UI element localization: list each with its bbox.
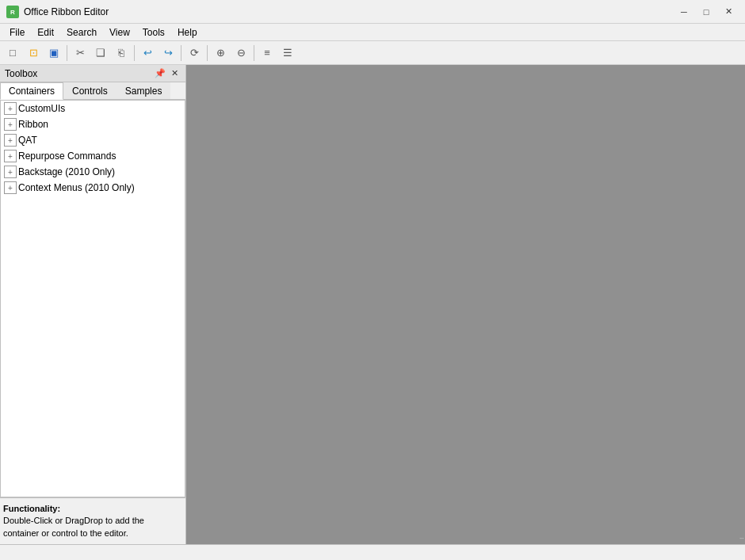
toolbar-btn-undo[interactable]: ↩ xyxy=(138,44,157,63)
tree-item-context-menus[interactable]: +Context Menus (2010 Only) xyxy=(1,180,185,196)
toolbar-separator xyxy=(207,45,208,61)
minimize-button[interactable]: ─ xyxy=(674,4,694,20)
toolbox-content: +CustomUIs+Ribbon+QAT+Repurpose Commands… xyxy=(0,100,185,497)
svg-text:R: R xyxy=(10,9,15,16)
menu-item-edit[interactable]: Edit xyxy=(31,24,60,40)
menu-item-search[interactable]: Search xyxy=(60,24,103,40)
toolbox-close-button[interactable]: ✕ xyxy=(168,67,181,80)
tree-item-custom-uis[interactable]: +CustomUIs xyxy=(1,101,185,116)
toolbar-btn-paste[interactable]: ⎗ xyxy=(112,44,131,63)
tree-item-label: Ribbon xyxy=(18,119,48,130)
toolbox-pin-button[interactable]: 📌 xyxy=(154,67,166,80)
window-title: Office Ribbon Editor xyxy=(24,6,674,17)
toolbox-tab-samples[interactable]: Samples xyxy=(117,82,171,99)
tree-item-repurpose[interactable]: +Repurpose Commands xyxy=(1,148,185,164)
toolbar-btn-zoom-out[interactable]: ⊖ xyxy=(231,44,250,63)
tree-expand-icon[interactable]: + xyxy=(4,134,17,147)
toolbar-btn-new[interactable]: □ xyxy=(3,44,22,63)
toolbar-separator xyxy=(134,45,135,61)
menu-item-file[interactable]: File xyxy=(3,24,31,40)
toolbar-btn-align-center[interactable]: ☰ xyxy=(278,44,297,63)
title-bar: R Office Ribbon Editor ─ □ ✕ xyxy=(0,0,745,24)
toolbox-tab-controls[interactable]: Controls xyxy=(63,82,117,99)
toolbar-separator xyxy=(181,45,181,61)
toolbox-tab-containers[interactable]: Containers xyxy=(0,82,63,100)
tree-item-qat[interactable]: +QAT xyxy=(1,132,185,148)
toolbox-title: Toolbox xyxy=(5,68,37,79)
toolbox-header-controls: 📌 ✕ xyxy=(154,67,181,80)
tree-expand-icon[interactable]: + xyxy=(4,102,17,115)
tree-expand-icon[interactable]: + xyxy=(4,118,17,131)
tree-expand-icon[interactable]: + xyxy=(4,166,17,178)
toolbar-btn-copy[interactable]: ❑ xyxy=(91,44,110,63)
toolbox-tabs: ContainersControlsSamples xyxy=(0,82,185,100)
menu-item-view[interactable]: View xyxy=(103,24,136,40)
app-icon: R xyxy=(6,6,19,18)
toolbox-footer: Functionality: Double-Click or DragDrop … xyxy=(0,497,185,544)
main-area: Toolbox 📌 ✕ ContainersControlsSamples +C… xyxy=(0,65,745,544)
editor-area[interactable]: ··· xyxy=(186,65,745,544)
resize-handle: ··· xyxy=(739,534,743,543)
tree-item-backstage[interactable]: +Backstage (2010 Only) xyxy=(1,164,185,180)
tree-expand-icon[interactable]: + xyxy=(4,181,17,194)
tree-item-label: QAT xyxy=(18,135,37,146)
toolbar-btn-refresh[interactable]: ⟳ xyxy=(185,44,204,63)
tree-item-label: CustomUIs xyxy=(18,103,65,114)
footer-text: Double-Click or DragDrop to add the cont… xyxy=(3,516,144,537)
tree-item-label: Context Menus (2010 Only) xyxy=(18,182,135,193)
footer-title: Functionality: xyxy=(3,504,60,513)
close-button[interactable]: ✕ xyxy=(718,4,739,20)
tree-item-label: Backstage (2010 Only) xyxy=(18,166,115,177)
toolbar-btn-zoom-in[interactable]: ⊕ xyxy=(211,44,230,63)
toolbar: □⊡▣✂❑⎗↩↪⟳⊕⊖≡☰ xyxy=(0,41,745,65)
tree-item-ribbon[interactable]: +Ribbon xyxy=(1,116,185,132)
menu-item-tools[interactable]: Tools xyxy=(136,24,171,40)
toolbox-header: Toolbox 📌 ✕ xyxy=(0,65,185,82)
toolbar-btn-cut[interactable]: ✂ xyxy=(71,44,90,63)
toolbar-btn-open[interactable]: ⊡ xyxy=(24,44,43,63)
toolbar-separator xyxy=(254,45,254,61)
status-bar xyxy=(0,544,745,560)
menu-item-help[interactable]: Help xyxy=(171,24,204,40)
menu-bar: FileEditSearchViewToolsHelp xyxy=(0,24,745,41)
tree-expand-icon[interactable]: + xyxy=(4,150,17,162)
toolbar-separator xyxy=(67,45,67,61)
toolbar-btn-redo[interactable]: ↪ xyxy=(159,44,178,63)
toolbox-panel: Toolbox 📌 ✕ ContainersControlsSamples +C… xyxy=(0,65,186,544)
toolbar-btn-align-left[interactable]: ≡ xyxy=(258,44,277,63)
tree-item-label: Repurpose Commands xyxy=(18,150,116,162)
window-controls: ─ □ ✕ xyxy=(674,4,739,20)
maximize-button[interactable]: □ xyxy=(696,4,716,20)
toolbar-btn-save[interactable]: ▣ xyxy=(44,44,63,63)
